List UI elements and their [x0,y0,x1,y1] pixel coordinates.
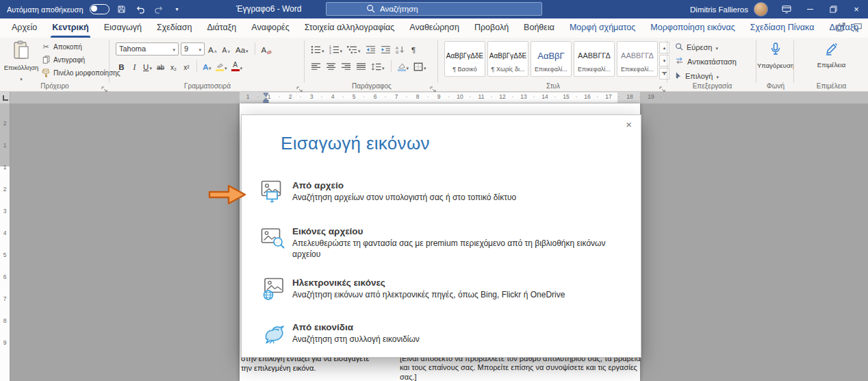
tab-mailings[interactable]: Στοιχεία αλληλογραφίας [297,19,403,38]
font-size-combobox[interactable]: 9 [181,42,205,56]
change-case-button[interactable]: Aa [234,42,250,56]
dialog-launcher-icon[interactable] [430,83,436,89]
tab-insert[interactable]: Εισαγωγή [97,19,149,38]
paragraph-group-label: Παράγραφος [305,82,438,90]
paste-button[interactable]: Επικόλληση [3,40,39,80]
redo-icon[interactable] [153,0,165,19]
dialog-launcher-icon[interactable] [659,83,665,89]
tab-stop-selector[interactable] [0,92,10,103]
style-card-heading2[interactable]: ΑΑΒΒΓΓΔ Επικεφαλί... [574,41,615,77]
option-from-icons[interactable]: Από εικονίδια Αναζήτηση στη συλλογή εικο… [261,322,420,345]
cut-button[interactable]: ✂ Αποκοπή [41,41,120,52]
increase-indent-button[interactable] [379,42,392,56]
option-online-pictures[interactable]: Ηλεκτρονικές εικόνες Αναζήτηση εικόνων α… [261,278,565,301]
copy-button[interactable]: Αντιγραφή [41,54,120,65]
shading-button[interactable] [396,59,411,73]
show-formatting-marks-button[interactable]: ¶ [408,42,420,56]
ribbon-display-options-icon[interactable] [775,0,798,19]
tab-picture-format[interactable]: Μορφοποίηση εικόνας [643,19,743,38]
chevron-down-icon [246,46,248,54]
superscript-button[interactable]: x² [181,59,192,73]
align-right-button[interactable] [340,59,353,73]
tab-view[interactable]: Προβολή [467,19,516,38]
numbering-button[interactable]: 123 [328,42,344,56]
style-card-heading1[interactable]: ΑαΒβΓ Επικεφαλί... [531,41,572,77]
find-button[interactable]: Εύρεση [675,41,737,53]
select-button[interactable]: Επιλογή [675,70,737,82]
minimize-button[interactable] [798,0,821,19]
tab-layout[interactable]: Διάταξη [199,19,244,38]
picture-globe-icon [261,278,287,301]
sort-button[interactable]: ΑΩ [394,42,406,56]
tabrow-right-icons [836,19,863,38]
style-card-normal[interactable]: ΑαΒβΓγΔδΕ ¶ Βασικό [444,41,485,77]
strikethrough-button[interactable]: ab [155,59,166,73]
editor-pencil-icon [825,42,838,58]
font-color-button[interactable]: A [230,59,244,73]
eraser-icon [267,49,272,54]
save-icon[interactable] [116,0,128,19]
multilevel-list-button[interactable] [346,42,362,56]
tab-home[interactable]: Κεντρική [44,19,96,38]
tab-stop-icon [3,95,8,101]
select-label: Επιλογή [685,72,713,80]
tab-design[interactable]: Σχεδίαση [149,19,200,38]
editor-button[interactable]: Επιμέλεια [795,42,868,69]
bold-button[interactable]: B [116,59,127,73]
align-center-button[interactable] [324,59,337,73]
undo-icon[interactable] [134,0,146,19]
align-left-button[interactable] [309,59,322,73]
grow-font-button[interactable]: A˄ [207,42,218,56]
dictate-button[interactable]: Υπαγόρευση [757,42,794,69]
tab-file[interactable]: Αρχείο [4,19,44,38]
decrease-indent-button[interactable] [364,42,377,56]
line-spacing-button[interactable] [370,59,386,73]
bullets-button[interactable] [309,42,326,56]
font-name-combobox[interactable]: Tahoma [116,42,179,56]
avatar[interactable] [754,2,768,16]
close-icon[interactable]: × [626,119,632,130]
tab-table-design[interactable]: Σχεδίαση Πίνακα [743,19,822,38]
text-effects-button[interactable]: A [201,59,213,73]
dialog-launcher-icon[interactable] [296,83,303,89]
close-button[interactable]: × [845,0,868,19]
paint-bucket-icon [398,63,406,69]
tab-shape-format[interactable]: Μορφή σχήματος [562,19,643,38]
highlighter-icon [216,62,224,69]
search-box[interactable]: Αναζήτηση [326,2,542,16]
tab-review[interactable]: Αναθεώρηση [402,19,467,38]
replace-button[interactable]: Αντικατάσταση [675,56,737,67]
option-stock-images[interactable]: Εικόνες αρχείου Απελευθερώστε τη φαντασί… [261,226,625,260]
font-size-value: 9 [184,45,188,53]
italic-button[interactable]: I [129,59,140,73]
style-card-heading3[interactable]: ΑΑΒΒΓΓΔ Επικεφαλί... [617,41,658,77]
borders-button[interactable] [412,59,428,73]
highlight-color-button[interactable] [214,59,229,73]
autosave-toggle[interactable] [90,4,110,14]
customize-quick-access-icon[interactable]: ▾ [171,0,183,19]
option-from-file[interactable]: Από αρχείο Αναζήτηση αρχείων στον υπολογ… [261,180,516,204]
vertical-ruler[interactable]: 21123456789 [0,103,10,381]
clipboard-group: Επικόλληση ✂ Αποκοπή Αντιγραφή [0,38,110,91]
clear-formatting-button[interactable]: A [260,42,274,56]
comment-icon[interactable] [853,22,863,34]
svg-text:3: 3 [329,51,331,54]
document-text-right-column: [Είναι αποδεκτό να προβάλλετε τον βαθμό … [400,354,641,381]
format-painter-button[interactable]: Πινέλο μορφοποίησης [41,67,120,78]
justify-button[interactable] [355,59,368,73]
chevron-down-icon [322,46,324,54]
dialog-launcher-icon[interactable] [101,83,107,89]
underline-button[interactable]: U [142,59,153,73]
subscript-button[interactable]: x₂ [168,59,179,73]
share-icon[interactable] [836,22,846,34]
multilevel-list-icon [347,45,357,54]
horizontal-ruler[interactable]: 1·1·2·3·4·5·6·7·8·9·10·11·12·13·14·15·16… [0,92,868,103]
restore-button[interactable] [821,0,845,19]
styles-group-label: Στυλ [439,82,667,90]
style-label: ¶ Βασικό [452,66,477,73]
style-card-no-spacing[interactable]: ΑαΒβΓγΔδΕ ¶ Χωρίς δι... [487,41,528,77]
shrink-font-button[interactable]: A˅ [220,42,232,56]
tab-help[interactable]: Βοήθεια [516,19,562,38]
tab-references[interactable]: Αναφορές [244,19,296,38]
voice-group-label: Φωνή [757,82,794,90]
